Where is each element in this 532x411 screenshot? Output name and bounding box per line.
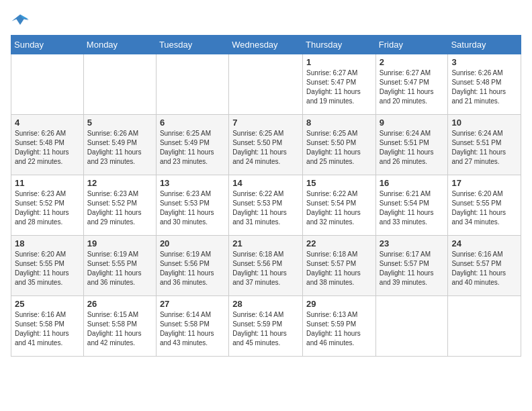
day-info: Sunrise: 6:25 AM Sunset: 5:50 PM Dayligh… <box>232 129 299 167</box>
calendar-cell: 15Sunrise: 6:22 AM Sunset: 5:54 PM Dayli… <box>303 175 376 236</box>
calendar-cell: 24Sunrise: 6:16 AM Sunset: 5:57 PM Dayli… <box>448 236 521 296</box>
calendar-cell: 10Sunrise: 6:24 AM Sunset: 5:51 PM Dayli… <box>448 115 521 175</box>
calendar-cell: 9Sunrise: 6:24 AM Sunset: 5:51 PM Daylig… <box>375 115 448 175</box>
day-number: 11 <box>15 178 80 188</box>
page-header <box>11 11 521 30</box>
day-info: Sunrise: 6:16 AM Sunset: 5:58 PM Dayligh… <box>15 310 80 348</box>
day-number: 19 <box>87 238 152 248</box>
day-info: Sunrise: 6:19 AM Sunset: 5:56 PM Dayligh… <box>160 250 225 287</box>
day-info: Sunrise: 6:17 AM Sunset: 5:57 PM Dayligh… <box>380 250 445 287</box>
day-number: 3 <box>451 57 517 67</box>
day-number: 6 <box>160 118 225 128</box>
day-info: Sunrise: 6:13 AM Sunset: 5:59 PM Dayligh… <box>306 310 372 348</box>
day-number: 7 <box>232 118 299 128</box>
calendar-cell <box>156 54 228 115</box>
day-number: 16 <box>380 178 445 188</box>
day-number: 5 <box>87 118 152 128</box>
day-info: Sunrise: 6:25 AM Sunset: 5:50 PM Dayligh… <box>306 129 372 167</box>
calendar-week-3: 11Sunrise: 6:23 AM Sunset: 5:52 PM Dayli… <box>11 175 521 236</box>
weekday-thursday: Thursday <box>303 36 376 54</box>
day-number: 10 <box>451 118 517 128</box>
calendar-cell: 23Sunrise: 6:17 AM Sunset: 5:57 PM Dayli… <box>375 236 448 296</box>
day-number: 12 <box>87 178 152 188</box>
weekday-wednesday: Wednesday <box>229 36 303 54</box>
calendar-cell <box>83 54 156 115</box>
day-info: Sunrise: 6:26 AM Sunset: 5:48 PM Dayligh… <box>15 129 80 167</box>
day-info: Sunrise: 6:14 AM Sunset: 5:59 PM Dayligh… <box>232 310 299 348</box>
calendar-cell: 7Sunrise: 6:25 AM Sunset: 5:50 PM Daylig… <box>229 115 303 175</box>
day-number: 21 <box>232 238 299 248</box>
day-info: Sunrise: 6:26 AM Sunset: 5:49 PM Dayligh… <box>87 129 152 167</box>
calendar-cell: 3Sunrise: 6:26 AM Sunset: 5:48 PM Daylig… <box>448 54 521 115</box>
day-info: Sunrise: 6:23 AM Sunset: 5:52 PM Dayligh… <box>15 189 80 227</box>
day-number: 20 <box>160 238 225 248</box>
day-info: Sunrise: 6:19 AM Sunset: 5:55 PM Dayligh… <box>87 250 152 287</box>
day-info: Sunrise: 6:26 AM Sunset: 5:48 PM Dayligh… <box>451 68 517 106</box>
weekday-saturday: Saturday <box>448 36 521 54</box>
calendar-cell: 21Sunrise: 6:18 AM Sunset: 5:56 PM Dayli… <box>229 236 303 296</box>
calendar-cell: 18Sunrise: 6:20 AM Sunset: 5:55 PM Dayli… <box>11 236 84 296</box>
day-number: 28 <box>232 299 299 309</box>
day-info: Sunrise: 6:27 AM Sunset: 5:47 PM Dayligh… <box>380 68 445 106</box>
day-number: 18 <box>15 238 80 248</box>
day-number: 8 <box>306 118 372 128</box>
day-info: Sunrise: 6:20 AM Sunset: 5:55 PM Dayligh… <box>451 189 517 227</box>
day-info: Sunrise: 6:18 AM Sunset: 5:57 PM Dayligh… <box>306 250 372 287</box>
svg-marker-0 <box>11 15 28 25</box>
calendar-cell: 20Sunrise: 6:19 AM Sunset: 5:56 PM Dayli… <box>156 236 228 296</box>
weekday-monday: Monday <box>83 36 156 54</box>
calendar-cell <box>375 296 448 357</box>
day-number: 25 <box>15 299 80 309</box>
calendar-cell: 5Sunrise: 6:26 AM Sunset: 5:49 PM Daylig… <box>83 115 156 175</box>
calendar-cell: 12Sunrise: 6:23 AM Sunset: 5:52 PM Dayli… <box>83 175 156 236</box>
calendar-cell: 25Sunrise: 6:16 AM Sunset: 5:58 PM Dayli… <box>11 296 84 357</box>
day-info: Sunrise: 6:23 AM Sunset: 5:52 PM Dayligh… <box>87 189 152 227</box>
calendar-cell: 1Sunrise: 6:27 AM Sunset: 5:47 PM Daylig… <box>303 54 376 115</box>
weekday-sunday: Sunday <box>11 36 84 54</box>
day-number: 27 <box>160 299 225 309</box>
day-info: Sunrise: 6:21 AM Sunset: 5:54 PM Dayligh… <box>380 189 445 227</box>
day-info: Sunrise: 6:18 AM Sunset: 5:56 PM Dayligh… <box>232 250 299 287</box>
weekday-header-row: SundayMondayTuesdayWednesdayThursdayFrid… <box>11 36 521 54</box>
day-info: Sunrise: 6:16 AM Sunset: 5:57 PM Dayligh… <box>451 250 517 287</box>
calendar-cell: 26Sunrise: 6:15 AM Sunset: 5:58 PM Dayli… <box>83 296 156 357</box>
weekday-friday: Friday <box>375 36 448 54</box>
day-number: 26 <box>87 299 152 309</box>
calendar-cell: 28Sunrise: 6:14 AM Sunset: 5:59 PM Dayli… <box>229 296 303 357</box>
day-info: Sunrise: 6:14 AM Sunset: 5:58 PM Dayligh… <box>160 310 225 348</box>
day-info: Sunrise: 6:22 AM Sunset: 5:53 PM Dayligh… <box>232 189 299 227</box>
day-number: 24 <box>451 238 517 248</box>
day-number: 29 <box>306 299 372 309</box>
day-number: 4 <box>15 118 80 128</box>
day-info: Sunrise: 6:24 AM Sunset: 5:51 PM Dayligh… <box>380 129 445 167</box>
day-info: Sunrise: 6:23 AM Sunset: 5:53 PM Dayligh… <box>160 189 225 227</box>
calendar-cell: 19Sunrise: 6:19 AM Sunset: 5:55 PM Dayli… <box>83 236 156 296</box>
calendar-cell: 22Sunrise: 6:18 AM Sunset: 5:57 PM Dayli… <box>303 236 376 296</box>
calendar-week-1: 1Sunrise: 6:27 AM Sunset: 5:47 PM Daylig… <box>11 54 521 115</box>
calendar-cell: 11Sunrise: 6:23 AM Sunset: 5:52 PM Dayli… <box>11 175 84 236</box>
calendar-cell: 16Sunrise: 6:21 AM Sunset: 5:54 PM Dayli… <box>375 175 448 236</box>
calendar-cell: 29Sunrise: 6:13 AM Sunset: 5:59 PM Dayli… <box>303 296 376 357</box>
day-info: Sunrise: 6:24 AM Sunset: 5:51 PM Dayligh… <box>451 129 517 167</box>
weekday-tuesday: Tuesday <box>156 36 228 54</box>
day-info: Sunrise: 6:22 AM Sunset: 5:54 PM Dayligh… <box>306 189 372 227</box>
calendar-cell: 17Sunrise: 6:20 AM Sunset: 5:55 PM Dayli… <box>448 175 521 236</box>
logo-bird-icon <box>11 11 30 30</box>
calendar-cell: 8Sunrise: 6:25 AM Sunset: 5:50 PM Daylig… <box>303 115 376 175</box>
logo <box>11 11 32 30</box>
calendar-week-4: 18Sunrise: 6:20 AM Sunset: 5:55 PM Dayli… <box>11 236 521 296</box>
day-info: Sunrise: 6:25 AM Sunset: 5:49 PM Dayligh… <box>160 129 225 167</box>
day-number: 2 <box>380 57 445 67</box>
calendar-week-2: 4Sunrise: 6:26 AM Sunset: 5:48 PM Daylig… <box>11 115 521 175</box>
day-info: Sunrise: 6:15 AM Sunset: 5:58 PM Dayligh… <box>87 310 152 348</box>
calendar-table: SundayMondayTuesdayWednesdayThursdayFrid… <box>11 35 521 357</box>
day-info: Sunrise: 6:20 AM Sunset: 5:55 PM Dayligh… <box>15 250 80 287</box>
calendar-cell <box>11 54 84 115</box>
day-info: Sunrise: 6:27 AM Sunset: 5:47 PM Dayligh… <box>306 68 372 106</box>
calendar-week-5: 25Sunrise: 6:16 AM Sunset: 5:58 PM Dayli… <box>11 296 521 357</box>
day-number: 17 <box>451 178 517 188</box>
calendar-cell <box>229 54 303 115</box>
day-number: 15 <box>306 178 372 188</box>
calendar-cell: 13Sunrise: 6:23 AM Sunset: 5:53 PM Dayli… <box>156 175 228 236</box>
day-number: 1 <box>306 57 372 67</box>
